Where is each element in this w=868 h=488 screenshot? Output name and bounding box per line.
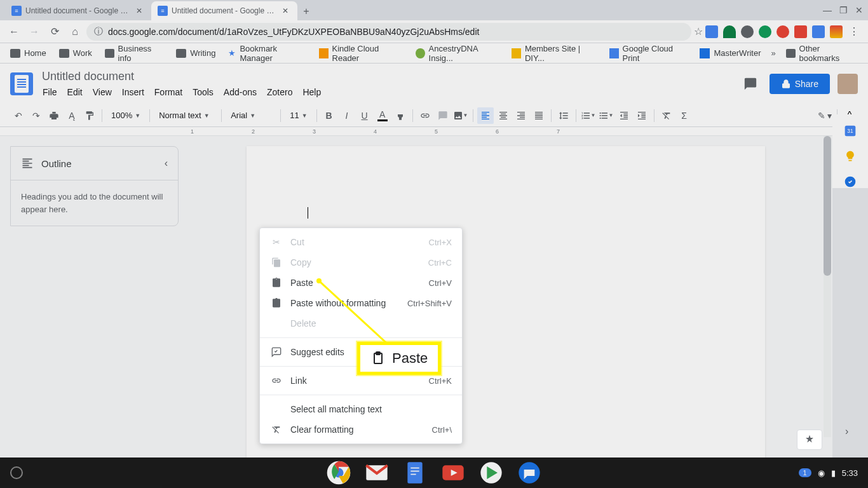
close-icon[interactable]: ✕	[282, 6, 291, 15]
ctx-paste[interactable]: Paste Ctrl+V	[260, 273, 462, 293]
chrome-menu-button[interactable]: ⋮	[845, 23, 863, 41]
play-store-app[interactable]	[477, 459, 505, 487]
other-bookmarks[interactable]: Other bookmarks	[781, 41, 863, 65]
home-button[interactable]: ⌂	[66, 23, 84, 41]
decrease-indent-button[interactable]	[616, 107, 632, 124]
calendar-icon[interactable]: 31	[844, 125, 857, 137]
redo-button[interactable]: ↷	[28, 107, 44, 124]
input-tools-button[interactable]: Σ	[676, 107, 693, 124]
menu-edit[interactable]: Edit	[63, 85, 87, 100]
undo-button[interactable]: ↶	[10, 107, 27, 124]
menu-view[interactable]: View	[88, 85, 116, 100]
clear-formatting-button[interactable]	[658, 107, 675, 124]
ctx-select-matching[interactable]: Select all matching text	[260, 399, 462, 419]
bold-button[interactable]: B	[321, 107, 337, 124]
docs-app[interactable]	[401, 459, 429, 487]
site-info-icon[interactable]: ⓘ	[94, 26, 103, 37]
menu-tools[interactable]: Tools	[188, 85, 218, 100]
align-justify-button[interactable]	[531, 107, 547, 124]
comment-button[interactable]	[435, 107, 451, 124]
editing-mode-button[interactable]: ✎ ▾	[817, 107, 833, 124]
collapse-outline-button[interactable]: ‹	[165, 158, 168, 169]
notification-badge[interactable]: 1	[799, 468, 811, 477]
gmail-app[interactable]	[363, 459, 391, 487]
font-select[interactable]: Arial▼	[226, 107, 276, 124]
ctx-paste-plain[interactable]: Paste without formatting Ctrl+Shift+V	[260, 293, 462, 313]
document-title[interactable]: Untitled document	[38, 69, 734, 85]
vertical-scrollbar[interactable]	[824, 136, 831, 437]
ext-icon[interactable]	[759, 25, 771, 38]
reload-button[interactable]: ⟳	[46, 23, 64, 41]
menu-file[interactable]: File	[38, 85, 62, 100]
bookmark-item[interactable]: Home	[5, 46, 51, 60]
line-spacing-button[interactable]	[555, 107, 572, 124]
ext-icon[interactable]	[830, 25, 843, 38]
font-size-select[interactable]: 11▼	[285, 107, 312, 124]
youtube-app[interactable]	[439, 459, 467, 487]
ext-icon[interactable]	[741, 25, 754, 38]
user-avatar[interactable]	[837, 74, 858, 94]
expand-side-panel-button[interactable]: ›	[845, 426, 858, 438]
comments-button[interactable]	[739, 72, 762, 95]
ext-icon[interactable]	[812, 25, 825, 38]
bookmark-item[interactable]: Kindle Cloud Reader	[314, 41, 408, 65]
forward-button[interactable]: →	[25, 23, 43, 41]
close-window-button[interactable]: ✕	[855, 5, 863, 15]
print-button[interactable]	[46, 107, 62, 124]
ext-icon[interactable]	[794, 25, 807, 38]
minimize-button[interactable]: —	[823, 5, 832, 15]
bookmark-item[interactable]: Writing	[171, 46, 220, 60]
ext-icon[interactable]	[776, 25, 789, 38]
star-button[interactable]: ☆	[694, 25, 703, 37]
ext-icon[interactable]	[723, 25, 736, 38]
align-right-button[interactable]	[513, 107, 529, 124]
bookmark-overflow[interactable]: »	[769, 48, 778, 58]
bookmark-item[interactable]: Google Cloud Print	[604, 41, 693, 65]
ctx-delete[interactable]: Delete	[260, 313, 462, 334]
align-left-button[interactable]	[477, 107, 494, 124]
back-button[interactable]: ←	[5, 23, 23, 41]
menu-addons[interactable]: Add-ons	[219, 85, 261, 100]
browser-tab[interactable]: ≡ Untitled document - Google Docs ✕	[5, 1, 151, 20]
paint-format-button[interactable]	[81, 107, 98, 124]
menu-insert[interactable]: Insert	[118, 85, 149, 100]
ext-icon[interactable]	[705, 25, 718, 38]
bookmark-item[interactable]: Work	[54, 46, 97, 60]
close-icon[interactable]: ✕	[136, 6, 145, 15]
underline-button[interactable]: U	[356, 107, 373, 124]
ctx-clear-formatting[interactable]: Clear formatting Ctrl+\	[260, 419, 462, 440]
menu-help[interactable]: Help	[298, 85, 325, 100]
increase-indent-button[interactable]	[634, 107, 650, 124]
bookmark-item[interactable]: Business info	[100, 41, 168, 65]
keep-icon[interactable]	[844, 150, 857, 163]
insert-image-button[interactable]: ▼	[452, 107, 469, 124]
new-tab-button[interactable]: +	[297, 3, 315, 20]
spellcheck-button[interactable]: Ą	[64, 107, 80, 124]
share-button[interactable]: Share	[770, 74, 830, 94]
text-color-button[interactable]: A	[374, 107, 391, 124]
url-input[interactable]: ⓘ docs.google.com/document/d/1aRoVzes_Ut…	[86, 23, 691, 41]
maximize-button[interactable]: ❐	[839, 5, 848, 15]
launcher-button[interactable]	[10, 466, 23, 479]
menu-zotero[interactable]: Zotero	[262, 85, 297, 100]
align-center-button[interactable]	[495, 107, 512, 124]
bullet-list-button[interactable]: ▼	[598, 107, 614, 124]
zoom-select[interactable]: 100%▼	[106, 107, 146, 124]
italic-button[interactable]: I	[339, 107, 355, 124]
bookmark-item[interactable]: AncestryDNA Insig...	[410, 41, 504, 65]
ctx-copy[interactable]: Copy Ctrl+C	[260, 252, 462, 273]
ctx-cut[interactable]: ✂ Cut Ctrl+X	[260, 232, 462, 252]
tasks-icon[interactable]	[844, 175, 857, 188]
messages-app[interactable]	[515, 459, 543, 487]
browser-tab-active[interactable]: ≡ Untitled document - Google Docs ✕	[151, 1, 297, 20]
menu-format[interactable]: Format	[150, 85, 187, 100]
system-tray[interactable]: 1 ◉ ▮ 5:33	[799, 468, 858, 478]
explore-button[interactable]	[797, 430, 822, 450]
bookmark-item[interactable]: Bookmark Manager	[223, 41, 311, 65]
insert-link-button[interactable]	[417, 107, 433, 124]
ruler[interactable]: 1 2 3 4 5 6 7	[0, 127, 868, 136]
chrome-app[interactable]	[325, 459, 353, 487]
docs-logo[interactable]	[10, 72, 33, 95]
bookmark-item[interactable]: Members Site | DIY...	[506, 41, 602, 65]
numbered-list-button[interactable]: ▼	[580, 107, 597, 124]
